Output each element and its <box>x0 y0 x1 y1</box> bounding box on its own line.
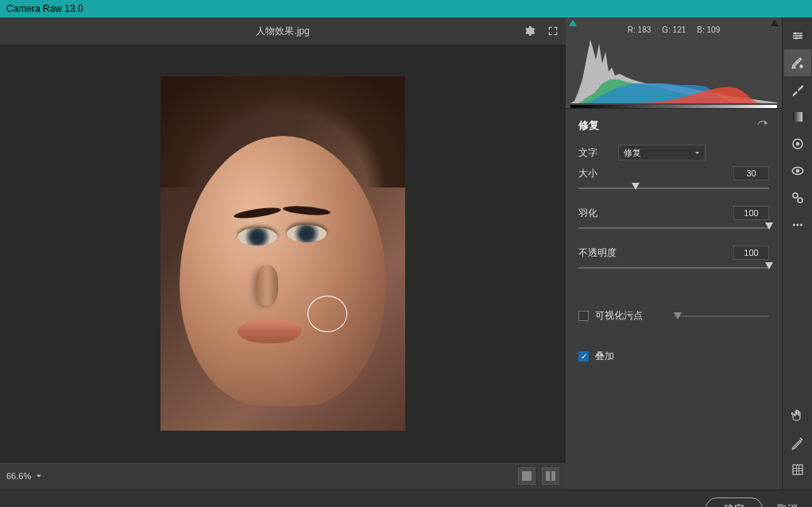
document-header: 人物效果.jpg <box>0 17 566 45</box>
main-area: 人物效果.jpg 66.6% <box>0 17 812 490</box>
svg-rect-17 <box>793 465 802 474</box>
size-slider[interactable] <box>578 184 769 195</box>
feather-label: 羽化 <box>578 207 626 220</box>
feather-slider[interactable] <box>578 223 769 234</box>
panel-title: 修复 <box>578 118 599 133</box>
edit-tool[interactable] <box>784 22 811 49</box>
radial-tool[interactable] <box>784 130 811 157</box>
size-thumb[interactable] <box>632 183 640 190</box>
right-panel: R: 183 G: 121 B: 109 修复 文字 修复 <box>566 17 782 490</box>
type-dropdown[interactable]: 修复 <box>618 145 706 161</box>
svg-point-5 <box>795 37 798 40</box>
canvas-footer: 66.6% <box>0 462 566 490</box>
type-label: 文字 <box>578 146 618 160</box>
gear-icon[interactable] <box>523 25 536 37</box>
chevron-down-icon <box>36 473 42 479</box>
g-value: G: 121 <box>662 25 686 34</box>
svg-point-16 <box>800 224 802 226</box>
titlebar: Camera Raw 13.0 <box>0 0 812 17</box>
svg-rect-7 <box>793 112 802 122</box>
svg-point-15 <box>796 224 798 226</box>
right-toolbar <box>782 17 812 490</box>
highlight-clip-icon[interactable] <box>771 20 779 26</box>
app-title: Camera Raw 13.0 <box>6 3 83 14</box>
opacity-slider[interactable] <box>578 263 769 274</box>
svg-point-11 <box>795 169 799 173</box>
ok-button[interactable]: 确定 <box>706 497 763 508</box>
photo-preview <box>160 76 405 431</box>
histogram-scale <box>570 105 777 108</box>
rgb-readout: R: 183 G: 121 B: 109 <box>628 25 720 34</box>
opacity-label: 不透明度 <box>578 246 626 260</box>
b-value: B: 109 <box>697 25 720 34</box>
opacity-value[interactable]: 100 <box>733 246 769 260</box>
shadow-clip-icon[interactable] <box>569 20 577 26</box>
svg-point-12 <box>793 193 798 198</box>
histogram[interactable]: R: 183 G: 121 B: 109 <box>566 17 782 109</box>
svg-rect-2 <box>551 471 555 481</box>
svg-point-4 <box>798 35 801 37</box>
document-filename: 人物效果.jpg <box>256 25 309 38</box>
preset-tool[interactable] <box>784 184 811 211</box>
overlay-checkbox[interactable] <box>578 351 589 362</box>
zoom-value: 66.6% <box>6 471 31 481</box>
healing-tool[interactable] <box>784 49 811 76</box>
chevron-down-icon <box>694 150 700 156</box>
gradient-tool[interactable] <box>784 103 811 130</box>
sampler-tool[interactable] <box>784 429 811 456</box>
visualize-slider[interactable] <box>674 315 769 317</box>
size-value[interactable]: 30 <box>733 166 769 180</box>
dialog-footer: 确定 取消 <box>0 490 812 507</box>
crop-tool[interactable] <box>784 456 811 483</box>
feather-thumb[interactable] <box>765 223 773 230</box>
overlay-label: 叠加 <box>595 350 614 363</box>
redeye-tool[interactable] <box>784 157 811 184</box>
svg-point-6 <box>799 64 803 68</box>
feather-value[interactable]: 100 <box>733 206 769 220</box>
more-tool[interactable] <box>784 211 811 238</box>
svg-point-13 <box>798 198 802 203</box>
fullscreen-icon[interactable] <box>547 25 559 37</box>
hand-tool[interactable] <box>784 402 811 429</box>
opacity-thumb[interactable] <box>765 262 773 269</box>
view-single-button[interactable] <box>518 467 536 485</box>
left-panel: 人物效果.jpg 66.6% <box>0 17 566 490</box>
svg-point-3 <box>794 33 796 35</box>
zoom-select[interactable]: 66.6% <box>6 471 42 481</box>
undo-icon[interactable] <box>756 120 769 131</box>
type-value: 修复 <box>624 147 641 159</box>
view-compare-button[interactable] <box>542 467 559 485</box>
visualize-label: 可视化污点 <box>595 309 643 323</box>
r-value: R: 183 <box>628 25 651 34</box>
cancel-button[interactable]: 取消 <box>777 502 798 508</box>
histogram-chart <box>570 36 777 103</box>
size-label: 大小 <box>578 167 626 180</box>
canvas[interactable] <box>0 45 566 462</box>
svg-point-14 <box>793 224 795 226</box>
heal-cursor <box>307 296 347 332</box>
brush-tool[interactable] <box>784 76 811 103</box>
healing-panel: 修复 文字 修复 大小 30 羽化 100 <box>566 109 782 384</box>
svg-rect-0 <box>522 471 532 481</box>
svg-rect-1 <box>546 471 550 481</box>
visualize-checkbox[interactable] <box>578 311 589 321</box>
svg-point-9 <box>795 142 799 146</box>
